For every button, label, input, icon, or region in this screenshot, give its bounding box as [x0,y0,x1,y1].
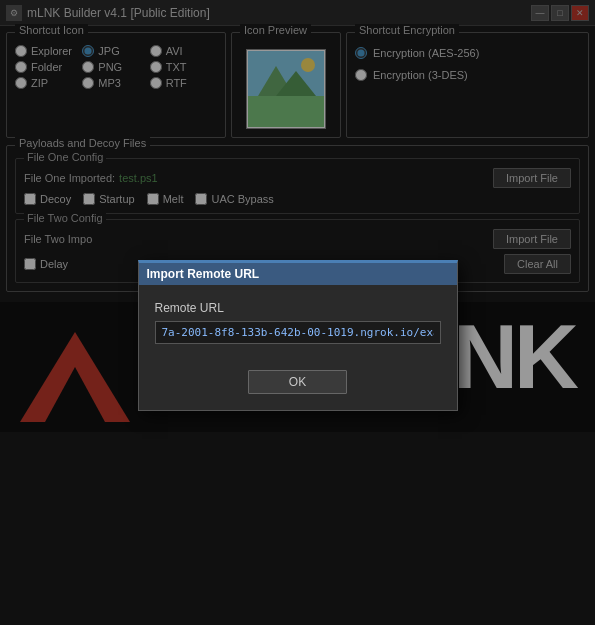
modal-url-label: Remote URL [155,301,441,315]
modal-body: Remote URL [139,285,457,360]
import-remote-url-modal: Import Remote URL Remote URL OK [138,260,458,411]
modal-footer: OK [139,360,457,410]
modal-titlebar: Import Remote URL [139,263,457,285]
modal-url-input[interactable] [155,321,441,344]
modal-overlay: Import Remote URL Remote URL OK [0,0,595,625]
modal-ok-button[interactable]: OK [248,370,347,394]
modal-title: Import Remote URL [147,267,260,281]
